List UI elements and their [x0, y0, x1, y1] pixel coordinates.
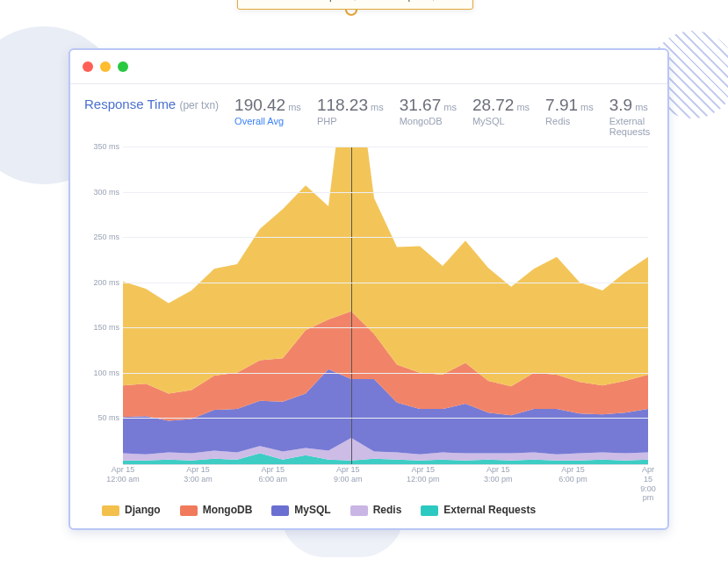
metric-php: 118.23msPHP: [317, 97, 384, 126]
x-axis: Apr 1512:00 amApr 153:00 amApr 156:00 am…: [123, 465, 648, 486]
y-tick-label: 200 ms: [84, 278, 119, 287]
x-tick: Apr 156:00 am: [259, 465, 288, 484]
app-window: Response Time (per txn) 190.42msOverall …: [68, 48, 669, 530]
y-tick-label: 300 ms: [84, 188, 119, 197]
maximize-icon[interactable]: [118, 61, 128, 72]
metric-label: External Requests: [609, 116, 653, 137]
legend: DjangoMongoDBMySQLRedisExternal Requests: [102, 504, 648, 516]
metric-label: MongoDB: [400, 116, 457, 126]
y-tick-label: 250 ms: [84, 233, 119, 241]
x-tick: Apr 159:00 am: [334, 465, 363, 484]
gridline: 50 ms: [123, 418, 648, 419]
tooltip-detail: 140.23 ms from Apr 15, 09:58 till Apr 15…: [247, 0, 464, 2]
y-tick-label: 100 ms: [84, 369, 119, 377]
x-tick: Apr 1512:00 am: [106, 465, 140, 484]
metric-overall-avg: 190.42msOverall Avg: [234, 97, 301, 126]
hover-tooltip: Django 140.23 ms from Apr 15, 09:58 till…: [237, 0, 473, 10]
gridline: 200 ms: [123, 283, 648, 283]
metric-value: 118.23ms: [317, 97, 384, 113]
legend-swatch: [271, 505, 289, 516]
legend-swatch: [350, 505, 368, 516]
legend-item-mongodb[interactable]: MongoDB: [180, 504, 253, 516]
gridline: 300 ms: [123, 192, 648, 193]
x-tick: Apr 156:00 pm: [559, 465, 587, 484]
metric-label: MySQL: [472, 116, 530, 126]
metrics-header: Response Time (per txn) 190.42msOverall …: [84, 97, 653, 137]
gridline: 150 ms: [123, 327, 648, 328]
minimize-icon[interactable]: [100, 61, 111, 72]
y-tick-label: 350 ms: [84, 142, 119, 151]
x-tick: Apr 1512:00 pm: [407, 465, 440, 484]
chart-title-main: Response Time: [84, 97, 176, 111]
y-tick-label: 50 ms: [84, 413, 119, 422]
metric-label: Overall Avg: [234, 116, 301, 126]
chart-title-sub: (per txn): [179, 99, 219, 111]
metric-value: 3.9ms: [609, 97, 653, 113]
gridline: 350 ms: [123, 147, 648, 147]
metric-label: PHP: [317, 116, 384, 126]
metric-label: Redis: [545, 116, 594, 126]
legend-swatch: [421, 505, 438, 516]
x-tick: Apr 153:00 pm: [484, 465, 513, 484]
legend-swatch: [102, 505, 119, 516]
metric-value: 7.91ms: [545, 97, 594, 113]
hover-cursor-line: [351, 147, 352, 464]
x-tick: Apr 153:00 am: [184, 465, 213, 484]
metric-value: 31.67ms: [400, 97, 457, 113]
gridline: 250 ms: [123, 237, 648, 238]
legend-item-mysql[interactable]: MySQL: [271, 504, 330, 516]
legend-swatch: [180, 505, 198, 516]
legend-item-redis[interactable]: Redis: [350, 504, 402, 516]
close-icon[interactable]: [83, 61, 93, 72]
gridline: 100 ms: [123, 373, 648, 374]
window-titlebar: [70, 50, 667, 84]
chart-title: Response Time (per txn): [84, 97, 219, 111]
metric-value: 28.72ms: [472, 97, 530, 113]
chart-area[interactable]: Django 140.23 ms from Apr 15, 09:58 till…: [84, 147, 653, 521]
legend-item-django[interactable]: Django: [102, 504, 161, 516]
metric-redis: 7.91msRedis: [545, 97, 594, 126]
metric-external-requests: 3.9msExternal Requests: [609, 97, 653, 137]
x-tick: Apr 159:00 pm: [640, 465, 656, 503]
area-chart: [123, 147, 648, 464]
metric-mysql: 28.72msMySQL: [472, 97, 530, 126]
metric-mongodb: 31.67msMongoDB: [400, 97, 457, 126]
legend-item-external-requests[interactable]: External Requests: [421, 504, 536, 516]
y-tick-label: 150 ms: [84, 323, 119, 332]
content-area: Response Time (per txn) 190.42msOverall …: [70, 84, 667, 528]
metric-value: 190.42ms: [234, 97, 301, 113]
